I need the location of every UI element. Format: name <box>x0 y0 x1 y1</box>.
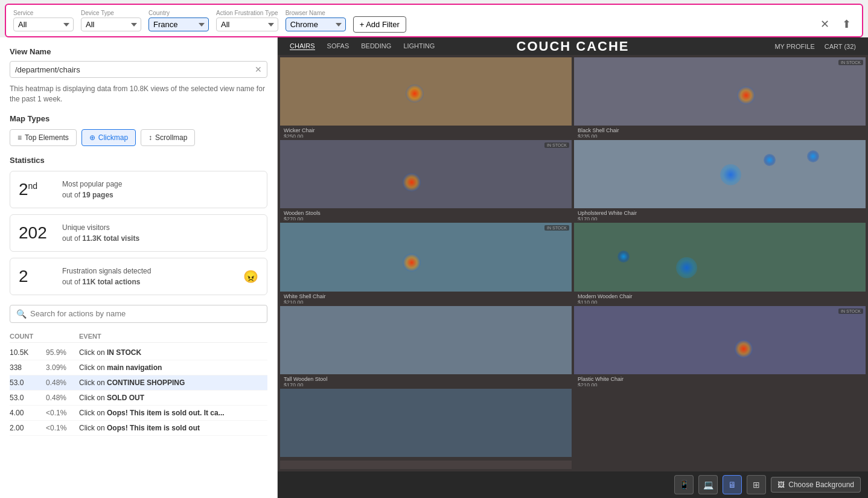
product-img-8: IN STOCK <box>574 306 866 374</box>
filter-bar-actions: ✕ ⬆ <box>816 16 855 33</box>
event-row-3[interactable]: 53.0 0.48% Click on CONTINUE SHOPPING <box>10 375 267 391</box>
event-row-5[interactable]: 4.00 <0.1% Click on Oops! This item is s… <box>10 406 267 421</box>
nav-sofas[interactable]: SOFAS <box>327 42 349 50</box>
top-elements-label: Top Elements <box>25 133 69 142</box>
nav-bedding[interactable]: BEDDING <box>361 42 391 50</box>
sidebar: View Name ✕ This heatmap is displaying d… <box>0 37 278 498</box>
product-info-7: Tall Wooden Stool $170.00 <box>280 374 572 386</box>
clickmap-label: Clickmap <box>98 133 128 142</box>
product-info-8: Plastic White Chair $210.00 <box>574 374 866 386</box>
products-grid: Wicker Chair $250.00 IN STOCK Black Shel… <box>278 55 868 471</box>
stat-frustration-desc1: Frustration signals detected <box>62 266 151 276</box>
mobile-view-button[interactable]: 📱 <box>674 475 694 494</box>
product-price-3: $270.00 <box>284 216 568 220</box>
clear-icon[interactable]: ✕ <box>255 65 262 74</box>
statistics-title: Statistics <box>10 156 267 165</box>
my-profile-link[interactable]: MY PROFILE <box>774 43 814 50</box>
heatmap-area: CHAIRS SOFAS BEDDING LIGHTING COUCH CACH… <box>278 37 868 498</box>
product-cell-3[interactable]: IN STOCK Wooden Stools $270.00 <box>280 140 572 220</box>
event-row-1[interactable]: 10.5K 95.9% Click on IN STOCK <box>10 345 267 360</box>
event-pct-3: 0.48% <box>46 378 79 387</box>
product-name-6: Modern Wooden Chair <box>578 293 862 299</box>
event-pct-1: 95.9% <box>46 348 79 357</box>
map-type-scrollmap[interactable]: ↕ Scrollmap <box>141 129 195 146</box>
view-name-input[interactable] <box>15 65 255 74</box>
product-price-1: $250.00 <box>284 133 568 138</box>
product-price-5: $210.00 <box>284 299 568 304</box>
event-pct-4: 0.48% <box>46 394 79 402</box>
product-cell-1[interactable]: Wicker Chair $250.00 <box>280 57 572 138</box>
service-filter-select[interactable]: All <box>13 18 74 31</box>
in-stock-badge-3: IN STOCK <box>544 142 569 148</box>
action-frustration-filter-select[interactable]: All <box>216 18 278 31</box>
site-header: CHAIRS SOFAS BEDDING LIGHTING COUCH CACH… <box>278 37 868 55</box>
search-input[interactable] <box>30 309 261 318</box>
product-price-8: $210.00 <box>578 382 862 386</box>
product-cell-6[interactable]: Modern Wooden Chair $110.00 <box>574 223 866 303</box>
close-filter-button[interactable]: ✕ <box>816 16 833 33</box>
cart-link[interactable]: CART (32) <box>825 43 856 50</box>
country-filter-group: Country France All <box>148 10 209 31</box>
stat-frustration-number: 2 <box>19 267 55 286</box>
tablet-view-button[interactable]: 💻 <box>698 475 718 494</box>
product-price-6: $110.00 <box>578 299 862 304</box>
website-mockup: CHAIRS SOFAS BEDDING LIGHTING COUCH CACH… <box>278 37 868 498</box>
grid-view-button[interactable]: ⊞ <box>747 475 766 494</box>
product-cell-4[interactable]: Upholstered White Chair $170.00 <box>574 140 866 220</box>
product-cell-8[interactable]: IN STOCK Plastic White Chair $210.00 <box>574 306 866 386</box>
product-name-4: Upholstered White Chair <box>578 210 862 216</box>
share-filter-button[interactable]: ⬆ <box>838 16 855 33</box>
product-info-4: Upholstered White Chair $170.00 <box>574 208 866 220</box>
stat-unique-visitors-desc: Unique visitors out of 11.3K total visit… <box>62 222 139 244</box>
choose-bg-icon: 🖼 <box>777 480 785 489</box>
stat-frustration: 2 Frustration signals detected out of 11… <box>10 258 267 295</box>
product-name-3: Wooden Stools <box>284 210 568 216</box>
product-img-1 <box>280 57 572 126</box>
browser-name-filter-select[interactable]: Chrome All <box>286 18 346 31</box>
view-name-label: View Name <box>10 47 267 56</box>
choose-background-button[interactable]: 🖼 Choose Background <box>771 477 861 493</box>
sidebar-content: View Name ✕ This heatmap is displaying d… <box>0 37 277 498</box>
product-info-3: Wooden Stools $270.00 <box>280 208 572 220</box>
in-stock-badge-8: IN STOCK <box>838 308 863 314</box>
site-nav: CHAIRS SOFAS BEDDING LIGHTING <box>290 42 435 50</box>
browser-name-filter-label: Browser Name <box>286 10 346 16</box>
stat-frustration-desc: Frustration signals detected out of 11K … <box>62 266 151 287</box>
product-cell-9[interactable] <box>280 389 572 469</box>
clickmap-icon: ⊕ <box>89 133 95 142</box>
product-img-5: IN STOCK <box>280 223 572 291</box>
scrollmap-label: Scrollmap <box>155 133 187 142</box>
events-table-header: COUNT EVENT <box>10 330 267 343</box>
product-img-4 <box>574 140 866 208</box>
events-table: COUNT EVENT 10.5K 95.9% Click on IN STOC… <box>10 330 267 436</box>
event-count-1: 10.5K <box>10 348 46 357</box>
desktop-view-button[interactable]: 🖥 <box>723 475 742 494</box>
add-filter-button[interactable]: + Add Filter <box>353 16 406 33</box>
stat-unique-visitors: 202 Unique visitors out of 11.3K total v… <box>10 214 267 252</box>
event-label-6: Click on Oops! This item is sold out <box>79 424 267 432</box>
event-count-2: 338 <box>10 363 46 372</box>
filter-bar: Service All Device Type All Country Fran… <box>5 4 863 37</box>
country-filter-select[interactable]: France All <box>148 18 209 31</box>
event-row-2[interactable]: 338 3.09% Click on main navigation <box>10 360 267 375</box>
col-count-header: COUNT <box>10 333 46 340</box>
country-filter-label: Country <box>148 10 209 16</box>
event-row-4[interactable]: 53.0 0.48% Click on SOLD OUT <box>10 391 267 406</box>
product-info-2: Black Shell Chair $235.00 <box>574 126 866 138</box>
product-cell-5[interactable]: IN STOCK White Shell Chair $210.00 <box>280 223 572 303</box>
product-name-7: Tall Wooden Stool <box>284 376 568 382</box>
product-img-9 <box>280 389 572 457</box>
stat-unique-visitors-number: 202 <box>19 223 55 243</box>
product-name-8: Plastic White Chair <box>578 376 862 382</box>
product-name-1: Wicker Chair <box>284 127 568 133</box>
device-type-filter-select[interactable]: All <box>81 18 141 31</box>
product-cell-2[interactable]: IN STOCK Black Shell Chair $235.00 <box>574 57 866 138</box>
product-img-2: IN STOCK <box>574 57 866 126</box>
product-cell-7[interactable]: Tall Wooden Stool $170.00 <box>280 306 572 386</box>
nav-lighting[interactable]: LIGHTING <box>403 42 435 50</box>
product-info-5: White Shell Chair $210.00 <box>280 292 572 304</box>
event-row-6[interactable]: 2.00 <0.1% Click on Oops! This item is s… <box>10 421 267 436</box>
nav-chairs[interactable]: CHAIRS <box>290 42 315 50</box>
map-type-clickmap[interactable]: ⊕ Clickmap <box>81 129 136 146</box>
map-type-top-elements[interactable]: ≡ Top Elements <box>10 129 77 146</box>
